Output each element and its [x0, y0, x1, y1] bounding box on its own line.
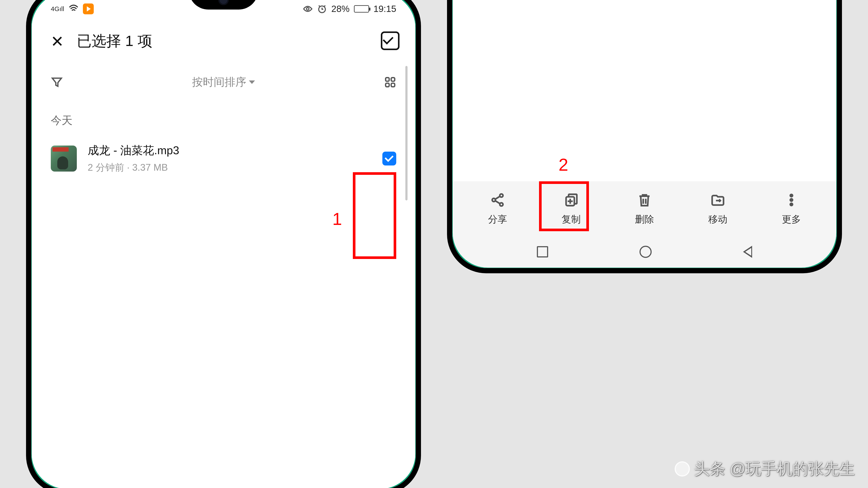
section-today: 今天	[31, 98, 416, 136]
watermark: 头条 @玩手机的张先生	[675, 458, 855, 479]
delete-button[interactable]: 删除	[625, 191, 664, 226]
svg-point-11	[790, 203, 793, 206]
svg-rect-3	[385, 83, 389, 87]
chevron-down-icon	[249, 80, 255, 84]
toutiao-logo-icon	[675, 461, 690, 477]
close-button[interactable]	[49, 33, 66, 50]
svg-point-10	[790, 199, 793, 201]
selection-header: 已选择 1 项	[31, 18, 416, 55]
file-name: 成龙 - 油菜花.mp3	[88, 143, 372, 158]
bottom-toolbar: 分享 复制 删除 移动	[452, 181, 837, 235]
signal-icon: 4Gıll	[51, 6, 64, 12]
file-thumbnail	[51, 145, 77, 171]
move-button[interactable]: 移动	[698, 191, 737, 226]
battery-percent: 28%	[331, 4, 349, 14]
trash-icon	[636, 191, 653, 209]
svg-point-9	[790, 194, 793, 197]
share-button[interactable]: 分享	[478, 191, 517, 226]
android-nav-bar	[452, 235, 837, 268]
more-button[interactable]: 更多	[772, 191, 811, 226]
more-label: 更多	[782, 213, 801, 226]
move-label: 移动	[708, 213, 727, 226]
move-icon	[709, 191, 726, 209]
share-label: 分享	[488, 213, 507, 226]
sort-dropdown[interactable]: 按时间排序	[192, 75, 255, 89]
nav-back-button[interactable]	[743, 246, 752, 258]
file-row[interactable]: 成龙 - 油菜花.mp3 2 分钟前 · 3.37 MB	[31, 136, 416, 181]
svg-rect-4	[391, 83, 395, 87]
alarm-icon	[317, 4, 327, 14]
clock-time: 19:15	[373, 4, 396, 14]
battery-icon	[354, 5, 369, 12]
phone-left: 4Gıll 28% 19:15 已选择 1 项	[26, 0, 421, 488]
nav-recent-button[interactable]	[537, 246, 548, 257]
copy-label: 复制	[562, 213, 581, 226]
copy-icon	[562, 191, 580, 209]
nav-home-button[interactable]	[640, 246, 652, 258]
watermark-brand: 头条	[694, 458, 725, 479]
delete-label: 删除	[635, 213, 654, 226]
sort-label-text: 按时间排序	[192, 75, 246, 89]
more-icon	[783, 191, 800, 209]
phone-right: 2 分享 复制 删除	[447, 0, 842, 273]
copy-button[interactable]: 复制	[552, 191, 591, 226]
share-icon	[489, 191, 506, 209]
watermark-author: @玩手机的张先生	[730, 458, 855, 479]
svg-rect-1	[385, 78, 389, 81]
view-grid-button[interactable]	[384, 76, 396, 88]
selection-title: 已选择 1 项	[77, 31, 370, 51]
content-area	[452, 0, 837, 181]
file-checkbox[interactable]	[382, 152, 396, 165]
annotation-number-2: 2	[559, 155, 568, 175]
filter-button[interactable]	[51, 76, 63, 88]
svg-rect-2	[391, 78, 395, 81]
select-all-button[interactable]	[381, 33, 398, 50]
annotation-box-1	[353, 172, 396, 259]
wifi-icon	[69, 4, 79, 14]
sort-row: 按时间排序	[31, 55, 416, 98]
annotation-number-1: 1	[333, 209, 342, 229]
file-meta: 2 分钟前 · 3.37 MB	[88, 161, 372, 174]
eye-icon	[303, 4, 313, 14]
play-badge-icon	[83, 3, 94, 14]
